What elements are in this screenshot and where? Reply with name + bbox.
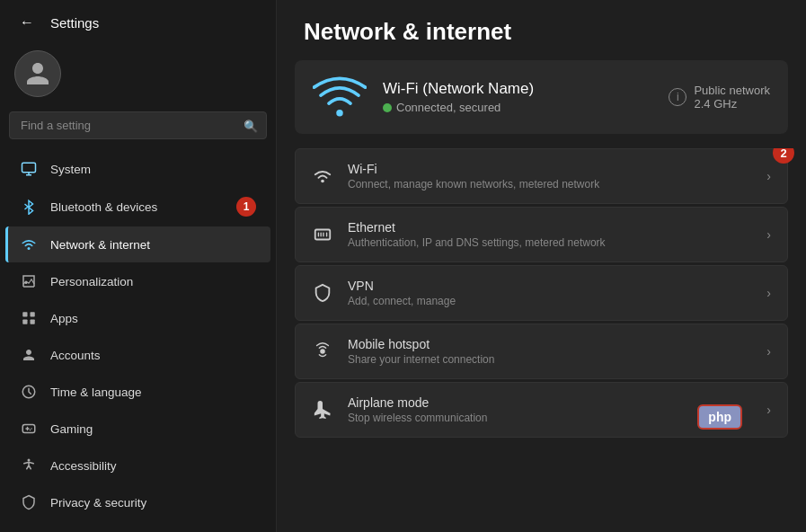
svg-point-10: [30, 430, 31, 431]
avatar: [14, 50, 61, 97]
sidebar-item-accounts[interactable]: Accounts: [5, 337, 270, 373]
nav-label-privacy: Privacy & security: [50, 496, 146, 510]
network-icon: [20, 235, 38, 253]
vpn-settings-icon: [312, 282, 333, 304]
main-header: Network & internet: [277, 0, 806, 60]
settings-desc-vpn: Add, connect, manage: [348, 295, 752, 307]
sidebar-title: Settings: [50, 15, 99, 31]
wifi-name: Wi-Fi (Network Name): [383, 80, 652, 98]
settings-list: 2 Wi-Fi Connect, manage known networks, …: [277, 148, 806, 532]
sidebar-item-network[interactable]: Network & internet: [5, 226, 270, 262]
settings-text-hotspot: Mobile hotspot Share your internet conne…: [348, 337, 752, 366]
nav-label-bluetooth: Bluetooth & devices: [50, 200, 157, 214]
nav-badge-bluetooth: 1: [236, 197, 256, 217]
settings-desc-airplane: Stop wireless communication: [348, 412, 752, 424]
svg-point-12: [336, 110, 343, 117]
bluetooth-icon: [20, 198, 38, 216]
chevron-right-icon: ›: [766, 286, 771, 300]
svg-point-11: [28, 459, 31, 462]
settings-item-airplane[interactable]: Airplane mode Stop wireless communicatio…: [295, 382, 788, 438]
gaming-icon: [20, 420, 38, 438]
nav-items: System Bluetooth & devices 1 Network & i…: [0, 146, 276, 532]
back-button[interactable]: ←: [14, 13, 40, 32]
personalization-icon: [20, 272, 38, 290]
svg-point-1: [28, 247, 31, 250]
svg-rect-3: [22, 312, 27, 316]
settings-title-ethernet: Ethernet: [348, 220, 752, 235]
nav-label-time: Time & language: [50, 386, 142, 399]
user-icon: [24, 60, 51, 87]
chevron-right-icon: ›: [766, 403, 771, 417]
sidebar-item-apps[interactable]: Apps: [5, 300, 270, 336]
settings-item-wifi[interactable]: 2 Wi-Fi Connect, manage known networks, …: [295, 148, 788, 204]
settings-title-vpn: VPN: [348, 279, 752, 293]
wifi-hero-card[interactable]: Wi-Fi (Network Name) Connected, secured …: [295, 60, 788, 134]
nav-label-system: System: [50, 163, 91, 176]
wifi-hero-right: i Public network 2.4 GHz: [669, 84, 770, 111]
info-icon[interactable]: i: [669, 88, 686, 106]
settings-text-wifi: Wi-Fi Connect, manage known networks, me…: [348, 162, 752, 191]
svg-point-9: [31, 428, 32, 430]
svg-rect-5: [22, 320, 27, 324]
main-content: Network & internet Wi-Fi (Network Name) …: [277, 0, 806, 532]
sidebar-item-system[interactable]: System: [5, 151, 270, 187]
sidebar-item-accessibility[interactable]: Accessibility: [5, 448, 270, 483]
page-title: Network & internet: [304, 18, 779, 46]
nav-label-apps: Apps: [50, 312, 78, 325]
settings-title-airplane: Airplane mode: [348, 395, 752, 410]
settings-item-hotspot[interactable]: Mobile hotspot Share your internet conne…: [295, 324, 788, 379]
status-indicator: [383, 103, 392, 112]
accounts-icon: [20, 346, 38, 364]
sidebar-header: ← Settings: [0, 0, 276, 41]
apps-icon: [20, 309, 38, 327]
wifi-hero-info: Wi-Fi (Network Name) Connected, secured: [383, 80, 652, 114]
sidebar-item-time[interactable]: Time & language: [5, 374, 270, 410]
sidebar-item-bluetooth[interactable]: Bluetooth & devices 1: [5, 188, 270, 226]
sidebar-item-personalization[interactable]: Personalization: [5, 263, 270, 299]
sidebar-item-privacy[interactable]: Privacy & security: [5, 484, 270, 520]
settings-text-ethernet: Ethernet Authentication, IP and DNS sett…: [348, 220, 752, 249]
chevron-right-icon: ›: [766, 227, 771, 242]
php-badge: php: [697, 404, 742, 430]
accessibility-icon: [20, 457, 38, 474]
settings-item-vpn[interactable]: VPN Add, connect, manage ›: [295, 265, 788, 321]
nav-label-network: Network & internet: [50, 238, 150, 252]
user-profile: [0, 41, 276, 111]
sidebar-item-gaming[interactable]: Gaming: [5, 411, 270, 447]
hotspot-settings-icon: [312, 341, 333, 362]
svg-rect-6: [31, 320, 35, 324]
nav-label-gaming: Gaming: [50, 422, 93, 436]
privacy-icon: [20, 493, 38, 511]
nav-label-accounts: Accounts: [50, 349, 101, 362]
chevron-right-icon: ›: [766, 344, 771, 359]
svg-rect-0: [22, 163, 36, 173]
wifi-large-icon: [313, 75, 367, 120]
nav-label-accessibility: Accessibility: [50, 459, 117, 473]
svg-rect-4: [31, 312, 35, 316]
settings-desc-wifi: Connect, manage known networks, metered …: [348, 178, 752, 191]
wifi-settings-icon: [312, 165, 333, 187]
ethernet-settings-icon: [312, 224, 333, 245]
search-input[interactable]: [9, 111, 267, 139]
wifi-status-text: Connected, secured: [396, 101, 500, 114]
nav-label-personalization: Personalization: [50, 275, 133, 288]
settings-title-hotspot: Mobile hotspot: [348, 337, 752, 351]
svg-point-15: [320, 349, 325, 354]
settings-title-wifi: Wi-Fi: [348, 162, 752, 176]
wifi-network-type: Public network 2.4 GHz: [694, 84, 770, 111]
wifi-status: Connected, secured: [383, 101, 652, 114]
settings-desc-ethernet: Authentication, IP and DNS settings, met…: [348, 236, 752, 249]
settings-text-airplane: Airplane mode Stop wireless communicatio…: [348, 395, 752, 424]
settings-text-vpn: VPN Add, connect, manage: [348, 279, 752, 307]
airplane-settings-icon: [312, 399, 333, 421]
annotation-2: 2: [773, 148, 794, 164]
system-icon: [20, 160, 38, 178]
svg-rect-14: [315, 230, 331, 240]
svg-point-13: [321, 180, 324, 183]
chevron-right-icon: ›: [766, 169, 771, 183]
search-box: 🔍: [9, 111, 267, 139]
sidebar: ← Settings 🔍 System Bluetooth & devices …: [0, 0, 277, 532]
time-icon: [20, 383, 38, 401]
settings-item-ethernet[interactable]: Ethernet Authentication, IP and DNS sett…: [295, 207, 788, 262]
settings-desc-hotspot: Share your internet connection: [348, 353, 752, 366]
